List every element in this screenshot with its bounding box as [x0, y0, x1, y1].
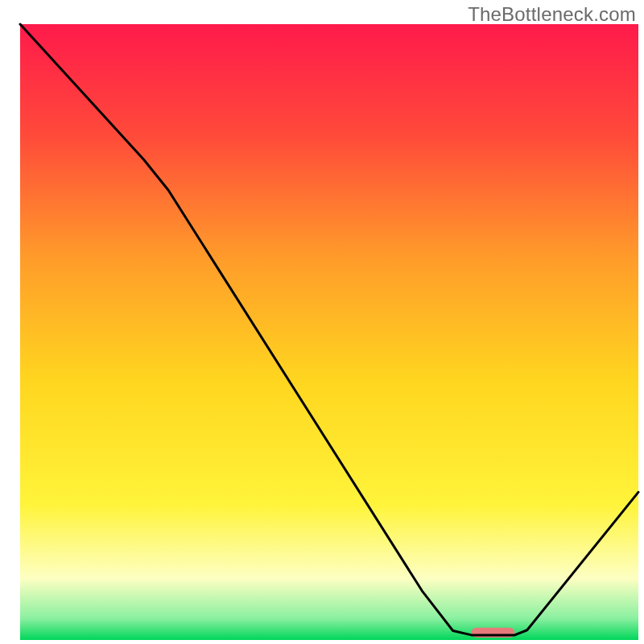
- watermark-text: TheBottleneck.com: [468, 3, 636, 26]
- chart-svg: [0, 0, 644, 644]
- plot-background: [20, 24, 638, 640]
- chart-container: TheBottleneck.com: [0, 0, 644, 644]
